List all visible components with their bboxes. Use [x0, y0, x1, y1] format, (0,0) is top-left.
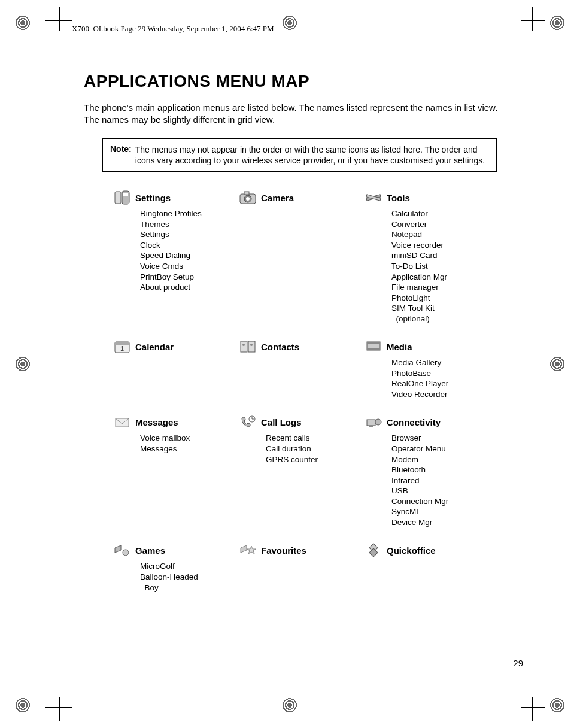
connectivity-icon [365, 415, 382, 429]
menu-item: Call duration [266, 444, 359, 454]
page-content: APPLICATIONS MENU MAP The phone's main a… [84, 72, 515, 593]
menu-title: Favourites [261, 545, 306, 556]
menu-items: Recent calls Call duration GPRS counter [266, 433, 359, 465]
crop-line [59, 7, 60, 31]
menu-settings: Settings Ringtone Profiles Themes Settin… [114, 190, 233, 324]
menu-item: To-Do List [391, 261, 497, 272]
menu-item: Browser [391, 433, 497, 444]
crop-mark-icon [14, 14, 31, 31]
menu-title: Call Logs [261, 417, 302, 427]
menu-title: Connectivity [387, 417, 441, 427]
favourites-icon [239, 543, 256, 557]
svg-rect-6 [244, 192, 249, 195]
menu-title: Calendar [135, 342, 174, 352]
calendar-icon: 1 [114, 339, 130, 354]
page-number: 29 [513, 658, 523, 668]
messages-icon [114, 415, 130, 429]
menu-item: Notepad [391, 229, 497, 240]
note-label: Note: [110, 144, 135, 167]
menu-item: MicroGolf [140, 561, 233, 572]
menu-item: Settings [140, 229, 233, 240]
svg-rect-13 [248, 341, 255, 352]
svg-point-14 [242, 344, 245, 346]
svg-point-26 [123, 550, 129, 556]
menu-item: PhotoLight [391, 293, 497, 304]
menu-title: Contacts [261, 342, 299, 352]
menu-items: Media Gallery PhotoBase RealOne Player V… [391, 357, 497, 399]
menu-item: Recent calls [266, 433, 359, 444]
svg-marker-27 [247, 546, 256, 554]
crop-mark-icon [549, 14, 566, 31]
menu-items: Voice mailbox Messages [140, 433, 233, 454]
menu-item: File manager [391, 282, 497, 293]
menu-tools: Tools Calculator Converter Notepad Voice… [365, 190, 497, 324]
crop-line [45, 20, 72, 21]
menu-items: Calculator Converter Notepad Voice recor… [391, 208, 497, 324]
note-box: Note: The menus may not appear in the or… [102, 138, 497, 173]
menu-item: Converter [391, 219, 497, 230]
menu-items: MicroGolf Balloon-Headed Boy [140, 561, 233, 593]
menu-item: Modem [391, 454, 497, 465]
menu-item: Application Mgr [391, 272, 497, 283]
menu-item: RealOne Player [391, 378, 497, 389]
menu-item: About product [140, 282, 233, 293]
menu-item: Balloon-Headed Boy [140, 572, 233, 593]
menu-messages: Messages Voice mailbox Messages [114, 415, 233, 527]
crop-mark-icon [14, 356, 31, 372]
crop-mark-icon [281, 14, 298, 31]
menu-item: Operator Menu [391, 444, 497, 454]
menu-call-logs: Call Logs Recent calls Call duration GPR… [239, 415, 359, 527]
svg-rect-24 [369, 426, 373, 427]
call-logs-icon [239, 415, 256, 429]
menu-items: Ringtone Profiles Themes Settings Clock … [140, 208, 233, 292]
crop-mark-icon [549, 356, 566, 372]
menu-games: Games MicroGolf Balloon-Headed Boy [114, 543, 233, 593]
contacts-icon [239, 339, 256, 354]
svg-text:1: 1 [120, 345, 124, 352]
menu-quickoffice: Quickoffice [365, 543, 497, 593]
svg-rect-0 [115, 192, 121, 204]
intro-paragraph: The phone's main application menus are l… [84, 102, 515, 126]
page-title: APPLICATIONS MENU MAP [84, 72, 515, 91]
menu-item: SyncML [391, 506, 497, 517]
crop-line [532, 7, 533, 31]
menu-title: Settings [135, 193, 171, 203]
svg-rect-18 [367, 348, 380, 350]
menu-item: Ringtone Profiles [140, 208, 233, 219]
menu-item: Infrared [391, 475, 497, 486]
menu-item: GPRS counter [266, 454, 359, 465]
menu-title: Media [387, 342, 412, 352]
settings-icon [114, 190, 130, 205]
svg-rect-17 [367, 342, 380, 344]
menu-item: Video Recorder [391, 389, 497, 400]
menu-item: USB [391, 486, 497, 496]
menu-title: Quickoffice [387, 545, 436, 556]
svg-rect-2 [123, 193, 128, 196]
menu-media: Media Media Gallery PhotoBase RealOne Pl… [365, 339, 497, 399]
svg-rect-12 [241, 341, 247, 352]
svg-point-25 [375, 419, 381, 425]
crop-line [521, 707, 545, 708]
crop-line [521, 20, 545, 21]
menu-connectivity: Connectivity Browser Operator Menu Modem… [365, 415, 497, 527]
menu-item: Messages [140, 444, 233, 454]
svg-rect-29 [369, 548, 378, 557]
document-header: X700_OI.book Page 29 Wednesday, Septembe… [72, 24, 274, 34]
menu-item: Connection Mgr [391, 496, 497, 507]
crop-line [532, 697, 533, 721]
crop-mark-icon [281, 697, 298, 714]
menu-title: Tools [387, 193, 410, 203]
camera-icon [239, 190, 256, 205]
tools-icon [365, 190, 382, 205]
menu-title: Games [135, 545, 165, 556]
menu-items: Browser Operator Menu Modem Bluetooth In… [391, 433, 497, 527]
menu-item: PhotoBase [391, 368, 497, 379]
media-icon [365, 339, 382, 354]
menu-item: Device Mgr [391, 517, 497, 528]
menu-item: Voice recorder [391, 240, 497, 251]
menu-favourites: Favourites [239, 543, 359, 593]
menu-item: Bluetooth [391, 465, 497, 475]
svg-rect-23 [367, 420, 375, 426]
menu-item: Calculator [391, 208, 497, 219]
menu-item: PrintBoy Setup [140, 272, 233, 283]
